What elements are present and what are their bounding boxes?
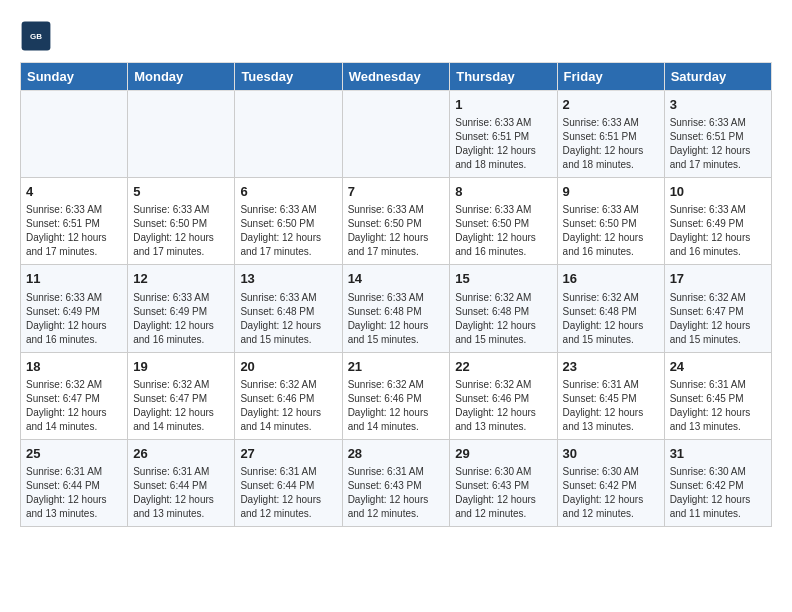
calendar-day-cell: 27Sunrise: 6:31 AM Sunset: 6:44 PM Dayli… — [235, 439, 342, 526]
day-number: 23 — [563, 358, 659, 376]
day-number: 8 — [455, 183, 551, 201]
day-info: Sunrise: 6:31 AM Sunset: 6:44 PM Dayligh… — [240, 465, 336, 521]
day-info: Sunrise: 6:32 AM Sunset: 6:47 PM Dayligh… — [670, 291, 766, 347]
day-number: 11 — [26, 270, 122, 288]
calendar-day-cell: 4Sunrise: 6:33 AM Sunset: 6:51 PM Daylig… — [21, 178, 128, 265]
weekday-header: Saturday — [664, 63, 771, 91]
day-info: Sunrise: 6:31 AM Sunset: 6:44 PM Dayligh… — [133, 465, 229, 521]
calendar-day-cell: 17Sunrise: 6:32 AM Sunset: 6:47 PM Dayli… — [664, 265, 771, 352]
day-number: 1 — [455, 96, 551, 114]
calendar-day-cell: 12Sunrise: 6:33 AM Sunset: 6:49 PM Dayli… — [128, 265, 235, 352]
day-info: Sunrise: 6:32 AM Sunset: 6:48 PM Dayligh… — [455, 291, 551, 347]
day-number: 10 — [670, 183, 766, 201]
day-number: 19 — [133, 358, 229, 376]
day-info: Sunrise: 6:31 AM Sunset: 6:44 PM Dayligh… — [26, 465, 122, 521]
calendar-day-cell: 22Sunrise: 6:32 AM Sunset: 6:46 PM Dayli… — [450, 352, 557, 439]
calendar-day-cell: 29Sunrise: 6:30 AM Sunset: 6:43 PM Dayli… — [450, 439, 557, 526]
day-number: 16 — [563, 270, 659, 288]
weekday-header: Wednesday — [342, 63, 450, 91]
day-number: 18 — [26, 358, 122, 376]
calendar-day-cell: 30Sunrise: 6:30 AM Sunset: 6:42 PM Dayli… — [557, 439, 664, 526]
logo-icon: GB — [20, 20, 52, 52]
day-number: 14 — [348, 270, 445, 288]
calendar-day-cell: 9Sunrise: 6:33 AM Sunset: 6:50 PM Daylig… — [557, 178, 664, 265]
day-info: Sunrise: 6:32 AM Sunset: 6:46 PM Dayligh… — [240, 378, 336, 434]
calendar-week-row: 25Sunrise: 6:31 AM Sunset: 6:44 PM Dayli… — [21, 439, 772, 526]
day-number: 26 — [133, 445, 229, 463]
day-info: Sunrise: 6:33 AM Sunset: 6:50 PM Dayligh… — [563, 203, 659, 259]
day-info: Sunrise: 6:33 AM Sunset: 6:51 PM Dayligh… — [563, 116, 659, 172]
calendar-day-cell: 19Sunrise: 6:32 AM Sunset: 6:47 PM Dayli… — [128, 352, 235, 439]
calendar-table: SundayMondayTuesdayWednesdayThursdayFrid… — [20, 62, 772, 527]
weekday-header: Friday — [557, 63, 664, 91]
calendar-week-row: 18Sunrise: 6:32 AM Sunset: 6:47 PM Dayli… — [21, 352, 772, 439]
calendar-day-cell: 14Sunrise: 6:33 AM Sunset: 6:48 PM Dayli… — [342, 265, 450, 352]
day-number: 24 — [670, 358, 766, 376]
calendar-day-cell: 5Sunrise: 6:33 AM Sunset: 6:50 PM Daylig… — [128, 178, 235, 265]
day-number: 4 — [26, 183, 122, 201]
day-info: Sunrise: 6:33 AM Sunset: 6:48 PM Dayligh… — [348, 291, 445, 347]
calendar-day-cell: 31Sunrise: 6:30 AM Sunset: 6:42 PM Dayli… — [664, 439, 771, 526]
calendar-day-cell: 13Sunrise: 6:33 AM Sunset: 6:48 PM Dayli… — [235, 265, 342, 352]
weekday-header: Thursday — [450, 63, 557, 91]
day-info: Sunrise: 6:30 AM Sunset: 6:42 PM Dayligh… — [563, 465, 659, 521]
calendar-day-cell: 28Sunrise: 6:31 AM Sunset: 6:43 PM Dayli… — [342, 439, 450, 526]
calendar-day-cell: 25Sunrise: 6:31 AM Sunset: 6:44 PM Dayli… — [21, 439, 128, 526]
calendar-day-cell — [235, 91, 342, 178]
day-number: 12 — [133, 270, 229, 288]
calendar-day-cell: 10Sunrise: 6:33 AM Sunset: 6:49 PM Dayli… — [664, 178, 771, 265]
calendar-day-cell: 6Sunrise: 6:33 AM Sunset: 6:50 PM Daylig… — [235, 178, 342, 265]
calendar-day-cell: 16Sunrise: 6:32 AM Sunset: 6:48 PM Dayli… — [557, 265, 664, 352]
day-number: 17 — [670, 270, 766, 288]
day-info: Sunrise: 6:31 AM Sunset: 6:43 PM Dayligh… — [348, 465, 445, 521]
day-info: Sunrise: 6:31 AM Sunset: 6:45 PM Dayligh… — [670, 378, 766, 434]
calendar-day-cell: 3Sunrise: 6:33 AM Sunset: 6:51 PM Daylig… — [664, 91, 771, 178]
calendar-day-cell: 15Sunrise: 6:32 AM Sunset: 6:48 PM Dayli… — [450, 265, 557, 352]
day-number: 31 — [670, 445, 766, 463]
day-info: Sunrise: 6:33 AM Sunset: 6:49 PM Dayligh… — [26, 291, 122, 347]
calendar-day-cell: 20Sunrise: 6:32 AM Sunset: 6:46 PM Dayli… — [235, 352, 342, 439]
calendar-day-cell: 2Sunrise: 6:33 AM Sunset: 6:51 PM Daylig… — [557, 91, 664, 178]
calendar-day-cell: 8Sunrise: 6:33 AM Sunset: 6:50 PM Daylig… — [450, 178, 557, 265]
day-info: Sunrise: 6:31 AM Sunset: 6:45 PM Dayligh… — [563, 378, 659, 434]
day-info: Sunrise: 6:33 AM Sunset: 6:51 PM Dayligh… — [455, 116, 551, 172]
day-info: Sunrise: 6:33 AM Sunset: 6:51 PM Dayligh… — [670, 116, 766, 172]
day-info: Sunrise: 6:32 AM Sunset: 6:46 PM Dayligh… — [455, 378, 551, 434]
day-info: Sunrise: 6:32 AM Sunset: 6:48 PM Dayligh… — [563, 291, 659, 347]
calendar-day-cell — [21, 91, 128, 178]
weekday-header: Sunday — [21, 63, 128, 91]
day-info: Sunrise: 6:30 AM Sunset: 6:43 PM Dayligh… — [455, 465, 551, 521]
weekday-header: Monday — [128, 63, 235, 91]
weekday-header: Tuesday — [235, 63, 342, 91]
day-number: 9 — [563, 183, 659, 201]
day-info: Sunrise: 6:33 AM Sunset: 6:50 PM Dayligh… — [240, 203, 336, 259]
svg-text:GB: GB — [30, 32, 42, 41]
day-info: Sunrise: 6:33 AM Sunset: 6:49 PM Dayligh… — [670, 203, 766, 259]
calendar-day-cell: 23Sunrise: 6:31 AM Sunset: 6:45 PM Dayli… — [557, 352, 664, 439]
calendar-week-row: 11Sunrise: 6:33 AM Sunset: 6:49 PM Dayli… — [21, 265, 772, 352]
day-info: Sunrise: 6:33 AM Sunset: 6:51 PM Dayligh… — [26, 203, 122, 259]
day-info: Sunrise: 6:32 AM Sunset: 6:46 PM Dayligh… — [348, 378, 445, 434]
day-info: Sunrise: 6:33 AM Sunset: 6:49 PM Dayligh… — [133, 291, 229, 347]
day-number: 30 — [563, 445, 659, 463]
day-info: Sunrise: 6:30 AM Sunset: 6:42 PM Dayligh… — [670, 465, 766, 521]
day-number: 22 — [455, 358, 551, 376]
day-number: 20 — [240, 358, 336, 376]
calendar-day-cell: 26Sunrise: 6:31 AM Sunset: 6:44 PM Dayli… — [128, 439, 235, 526]
calendar-day-cell: 18Sunrise: 6:32 AM Sunset: 6:47 PM Dayli… — [21, 352, 128, 439]
calendar-day-cell: 7Sunrise: 6:33 AM Sunset: 6:50 PM Daylig… — [342, 178, 450, 265]
day-number: 7 — [348, 183, 445, 201]
day-info: Sunrise: 6:33 AM Sunset: 6:48 PM Dayligh… — [240, 291, 336, 347]
calendar-day-cell: 11Sunrise: 6:33 AM Sunset: 6:49 PM Dayli… — [21, 265, 128, 352]
calendar-week-row: 1Sunrise: 6:33 AM Sunset: 6:51 PM Daylig… — [21, 91, 772, 178]
calendar-day-cell: 1Sunrise: 6:33 AM Sunset: 6:51 PM Daylig… — [450, 91, 557, 178]
day-number: 5 — [133, 183, 229, 201]
day-number: 27 — [240, 445, 336, 463]
day-number: 6 — [240, 183, 336, 201]
day-info: Sunrise: 6:32 AM Sunset: 6:47 PM Dayligh… — [133, 378, 229, 434]
calendar-day-cell: 24Sunrise: 6:31 AM Sunset: 6:45 PM Dayli… — [664, 352, 771, 439]
calendar-day-cell — [128, 91, 235, 178]
day-info: Sunrise: 6:33 AM Sunset: 6:50 PM Dayligh… — [133, 203, 229, 259]
day-number: 2 — [563, 96, 659, 114]
day-info: Sunrise: 6:32 AM Sunset: 6:47 PM Dayligh… — [26, 378, 122, 434]
